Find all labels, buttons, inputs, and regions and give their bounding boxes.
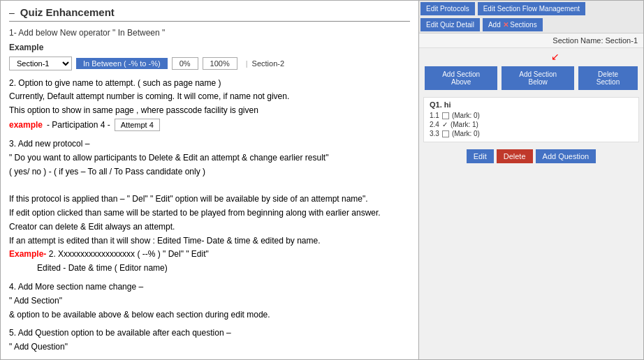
section3-example-line2: Edited - Date & time ( Editor name) bbox=[9, 262, 410, 274]
answer-num-2: 2.4 bbox=[430, 121, 439, 128]
section3-line6: Creator can delete & Edit always an atte… bbox=[9, 221, 410, 233]
section4-line2: & option to be available above & below e… bbox=[9, 309, 410, 321]
in-between-button[interactable]: In Between ( -% to -%) bbox=[76, 58, 168, 69]
section4-heading: 4. Add More section name change – bbox=[9, 281, 410, 293]
btn-100-percent[interactable]: 100% bbox=[203, 57, 237, 70]
section3-example-label: Example- bbox=[9, 249, 46, 259]
section-3-block: 3. Add new protocol – " Do you want to a… bbox=[9, 138, 410, 274]
answer-mark-1: (Mark: 0) bbox=[452, 112, 480, 119]
add-sections-button[interactable]: Add ✕ Sections bbox=[483, 18, 543, 31]
example-text: - Participation 4 - bbox=[47, 120, 110, 130]
answer-row-1: 1.1 (Mark: 0) bbox=[430, 112, 633, 119]
edit-button[interactable]: Edit bbox=[467, 149, 494, 163]
answer-mark-2: (Mark: 1) bbox=[451, 121, 478, 128]
section1-heading: 1- Add below New operator " In Between " bbox=[9, 27, 410, 39]
section3-example-line1: 2. Xxxxxxxxxxxxxxxxxx ( --% ) " Del" " E… bbox=[49, 249, 209, 259]
section3-line5: If edit option clicked than same will be… bbox=[9, 207, 410, 219]
section-name-label: Section Name: Section-1 bbox=[552, 36, 638, 45]
question-block: Q1. hi 1.1 (Mark: 0) 2.4 ✓ (Mark: 1) 3.3… bbox=[423, 97, 639, 142]
attempt-demo: example - Participation 4 - Attempt 4 bbox=[9, 119, 410, 131]
delete-section-button[interactable]: Delete Section bbox=[578, 66, 638, 90]
example-label: example bbox=[9, 120, 43, 130]
answer-num-3: 3.3 bbox=[430, 130, 439, 137]
section-1-block: 1- Add below New operator " In Between "… bbox=[9, 27, 410, 70]
section5-heading: 5. Add Question option to be available a… bbox=[9, 327, 410, 339]
section5-line1: " Add Question" bbox=[9, 341, 410, 353]
section3-line2: ( yes/ no ) - ( if yes – To all / To Pas… bbox=[9, 166, 410, 178]
add-section-above-button[interactable]: Add Section Above bbox=[425, 66, 497, 90]
section-buttons-group: → Add Section Above Add Section Below De… bbox=[419, 62, 643, 94]
section3-line7: If an attempt is edited than it will sho… bbox=[9, 235, 410, 247]
question-title: Q1. hi bbox=[430, 100, 633, 109]
answer-num-1: 1.1 bbox=[430, 112, 439, 119]
section-2-block: 2. Option to give name to attempt. ( suc… bbox=[9, 77, 410, 131]
section1-select[interactable]: Section-1 bbox=[9, 57, 72, 70]
answer-mark-3: (Mark: 0) bbox=[452, 130, 480, 137]
section4-line1: " Add Section" bbox=[9, 295, 410, 307]
arrow-row: ↙ bbox=[419, 48, 643, 62]
answer-row-2: 2.4 ✓ (Mark: 1) bbox=[430, 121, 633, 128]
left-panel: – Quiz Enhancement 1- Add below New oper… bbox=[0, 0, 419, 360]
delete-button[interactable]: Delete bbox=[497, 149, 533, 163]
section2-label: Section-2 bbox=[252, 59, 284, 68]
section-4-block: 4. Add More section name change – " Add … bbox=[9, 281, 410, 320]
add-question-button[interactable]: Add Question bbox=[536, 149, 597, 163]
top-buttons-bar: Edit Protocols Edit Section Flow Managem… bbox=[419, 1, 643, 33]
title-bar: – Quiz Enhancement bbox=[9, 6, 410, 22]
attempt-box: Attempt 4 bbox=[115, 119, 160, 131]
right-panel: Edit Protocols Edit Section Flow Managem… bbox=[419, 0, 644, 360]
answer-row-3: 3.3 (Mark: 0) bbox=[430, 130, 633, 137]
add-section-below-button[interactable]: Add Section Below bbox=[502, 66, 574, 90]
section-name-bar: Section Name: Section-1 bbox=[419, 33, 643, 48]
section2-line2: This option to show in same page , where… bbox=[9, 105, 410, 117]
section2-heading: 2. Option to give name to attempt. ( suc… bbox=[9, 77, 410, 89]
btn-0-percent[interactable]: 0% bbox=[172, 57, 198, 70]
section-5-block: 5. Add Question option to be available a… bbox=[9, 327, 410, 353]
page-title: Quiz Enhancement bbox=[20, 6, 115, 18]
section3-heading: 3. Add new protocol – bbox=[9, 138, 410, 150]
answer-check-2: ✓ bbox=[442, 121, 448, 128]
answer-check-3 bbox=[442, 130, 449, 137]
section1-demo-row: Section-1 In Between ( -% to -%) 0% 100%… bbox=[9, 57, 410, 70]
red-arrow-down: ↙ bbox=[551, 51, 559, 62]
section2-line1: Currently, Default attempt number is com… bbox=[9, 91, 410, 103]
section3-line1: " Do you want to allow participants to D… bbox=[9, 152, 410, 164]
section3-line4: If this protocol is applied than – " Del… bbox=[9, 193, 410, 205]
edit-protocols-button[interactable]: Edit Protocols bbox=[420, 2, 475, 15]
edit-quiz-detail-button[interactable]: Edit Quiz Detail bbox=[420, 18, 480, 31]
answer-check-1 bbox=[442, 112, 449, 119]
section1-example-label: Example bbox=[9, 42, 410, 54]
minus-icon: – bbox=[9, 7, 15, 18]
bottom-buttons-group: Edit Delete Add Question bbox=[419, 145, 643, 167]
edit-section-flow-button[interactable]: Edit Section Flow Management bbox=[478, 2, 585, 15]
